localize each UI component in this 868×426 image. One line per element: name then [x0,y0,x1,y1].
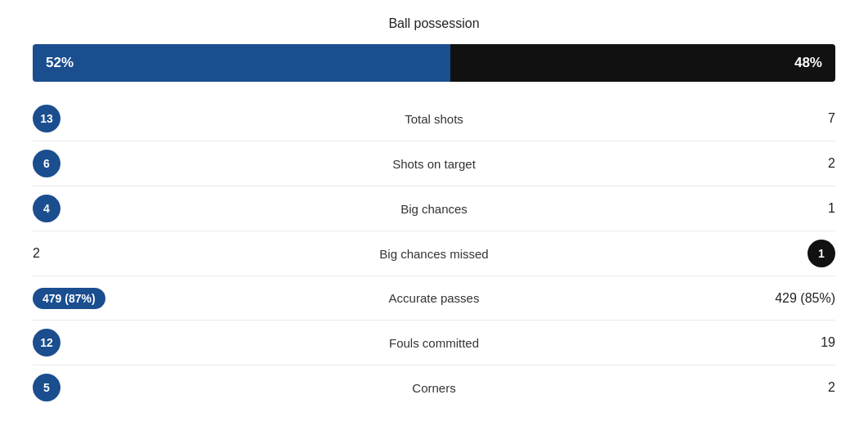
stat-label: Corners [163,381,705,395]
home-badge-circle: 4 [33,195,60,222]
away-plain-value: 1 [828,201,835,216]
stats-row: 4Big chances1 [33,186,835,231]
home-badge-circle: 5 [33,374,60,401]
home-badge-circle: 12 [33,329,60,356]
stat-label: Big chances missed [163,247,705,261]
home-badge-circle: 13 [33,105,60,132]
stat-label: Fouls committed [163,336,705,350]
possession-away-value: 48% [794,55,822,71]
away-plain-value: 429 (85%) [775,291,835,306]
home-value-cell: 2 [33,246,163,261]
possession-home: 52% [33,44,450,82]
stat-label: Shots on target [163,157,705,171]
home-value-cell: 12 [33,329,163,356]
possession-away: 48% [450,44,835,82]
stat-label: Big chances [163,202,705,216]
away-value-cell: 1 [705,240,835,267]
away-value-cell: 2 [705,156,835,171]
away-plain-value: 2 [828,380,835,395]
away-plain-value: 19 [821,335,835,350]
possession-home-value: 52% [46,55,74,71]
home-plain-value: 2 [33,246,40,261]
away-value-cell: 19 [705,335,835,350]
home-badge-pill: 479 (87%) [33,288,105,309]
stat-label: Accurate passes [163,291,705,305]
stats-table: 13Total shots76Shots on target24Big chan… [33,96,835,410]
stats-row: 479 (87%)Accurate passes429 (85%) [33,276,835,321]
page-title: Ball possession [388,16,479,31]
home-value-cell: 5 [33,374,163,401]
possession-bar: 52% 48% [33,44,835,82]
away-plain-value: 7 [828,111,835,126]
away-badge-circle-black: 1 [808,240,835,267]
stat-label: Total shots [163,112,705,126]
stats-row: 2Big chances missed1 [33,231,835,276]
away-value-cell: 1 [705,201,835,216]
stats-row: 5Corners2 [33,365,835,410]
home-value-cell: 13 [33,105,163,132]
home-value-cell: 6 [33,150,163,177]
away-value-cell: 7 [705,111,835,126]
home-value-cell: 479 (87%) [33,288,163,309]
stats-row: 13Total shots7 [33,96,835,141]
away-value-cell: 429 (85%) [705,291,835,306]
away-plain-value: 2 [828,156,835,171]
home-value-cell: 4 [33,195,163,222]
away-value-cell: 2 [705,380,835,395]
stats-row: 12Fouls committed19 [33,321,835,365]
home-badge-circle: 6 [33,150,60,177]
stats-row: 6Shots on target2 [33,141,835,186]
